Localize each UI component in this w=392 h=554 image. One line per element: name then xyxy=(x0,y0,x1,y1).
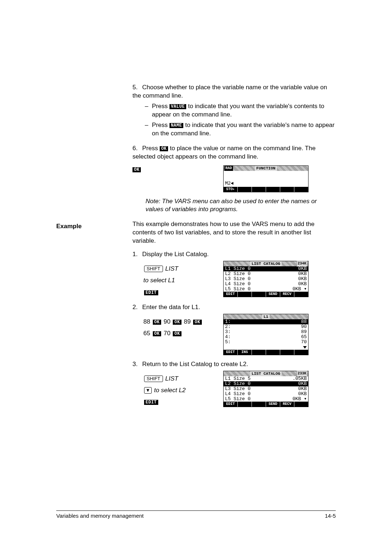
calc2-title: LIST CATALOG xyxy=(250,261,282,266)
calc1-entry: M2◄ xyxy=(225,181,307,186)
calc4-title: LIST CATALOG xyxy=(250,371,282,376)
step-5-num: 5. xyxy=(132,83,140,92)
ex2-num: 2. xyxy=(132,303,140,312)
edit-softkey: EDIT xyxy=(144,290,158,295)
footer-page: 14-5 xyxy=(325,512,336,520)
step-5: 5. Choose whether to place the variable … xyxy=(132,83,336,138)
shift-key: SHIFT xyxy=(144,266,163,272)
name-softkey: NAME xyxy=(170,123,184,128)
vars-note: Note: The VARS menu can also be used to … xyxy=(146,197,336,214)
ex2-text: Enter the data for L1. xyxy=(142,304,200,311)
ex3-text: Return to the List Catalog to create L2. xyxy=(142,361,248,368)
edit-softkey-2: EDIT xyxy=(144,400,158,405)
scroll-down-icon xyxy=(303,346,307,349)
ok-key-4: OK xyxy=(153,331,161,336)
step-5a: – Press VALUE to indicate that you want … xyxy=(145,102,336,119)
example-intro: This example demonstrates how to use the… xyxy=(132,220,336,245)
ok-key-2: OK xyxy=(173,320,181,325)
ex1-text: Display the List Catalog. xyxy=(142,251,209,258)
select-l2: to select L2 xyxy=(154,387,186,394)
calc1-title: FUNCTION xyxy=(255,166,277,171)
step-5b: – Press NAME to indicate that you want t… xyxy=(145,121,336,138)
page-footer: Variables and memory management 14-5 xyxy=(56,510,336,520)
ex1-num: 1. xyxy=(132,250,140,259)
ok-softkey-lone: OK xyxy=(132,167,141,172)
list-label-2: LIST xyxy=(165,375,178,382)
ok-key-3: OK xyxy=(193,320,201,325)
step-6: 6. Press OK to place the value or name o… xyxy=(132,144,336,214)
ok-softkey: OK xyxy=(160,146,168,151)
calc-screen-4: LIST CATALOG 233K L1 Size 5.05KB L2 Size… xyxy=(223,371,309,407)
footer-title: Variables and memory management xyxy=(56,512,144,520)
calc2-mem: 234K xyxy=(297,261,307,267)
calc1-soft: STO▸ xyxy=(224,187,308,192)
ok-key-1: OK xyxy=(153,320,161,325)
step-5-text: Choose whether to place the variable nam… xyxy=(132,84,327,99)
select-l1: to select L1 xyxy=(143,277,175,284)
calc-screen-3: L1 1:88 2:90 3:89 4:65 5:70 xyxy=(223,314,309,355)
calc4-mem: 233K xyxy=(297,371,307,377)
step-6-num: 6. xyxy=(132,144,140,153)
calc3-title: L1 xyxy=(262,314,270,319)
ex3-num: 3. xyxy=(132,360,140,369)
down-arrow-key: ▼ xyxy=(144,387,152,394)
shift-key-2: SHIFT xyxy=(144,376,163,382)
calc-screen-2: LIST CATALOG 234K L1 Size 00KB L2 Size 0… xyxy=(223,261,309,297)
calc1-rad: RAD xyxy=(224,166,233,171)
calc-screen-1: RAD FUNCTION M2◄ STO▸ xyxy=(223,165,309,192)
example-heading: Example xyxy=(56,222,122,231)
value-softkey: VALUE xyxy=(170,104,187,109)
list-label: LIST xyxy=(165,265,178,272)
ok-key-5: OK xyxy=(173,331,181,336)
